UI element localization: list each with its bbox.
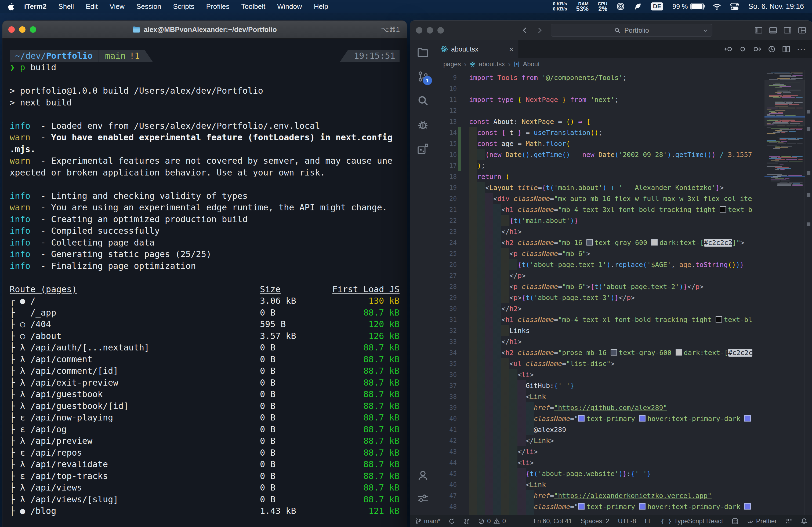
git-change-bar bbox=[458, 413, 461, 424]
git-change-bar bbox=[458, 160, 461, 171]
accounts-icon[interactable] bbox=[417, 470, 429, 482]
menu-item-toolbelt[interactable]: Toolbelt bbox=[242, 2, 265, 11]
timeline-icon[interactable] bbox=[768, 45, 776, 53]
extensions-icon[interactable] bbox=[417, 143, 429, 155]
overview-ruler[interactable] bbox=[804, 70, 812, 515]
tab-close-icon[interactable]: × bbox=[509, 45, 514, 54]
code-editor[interactable]: 9import Tools from '@/components/Tools';… bbox=[436, 70, 812, 515]
route-row: ├ ε /api/top-tracks0 B88.7 kB bbox=[10, 470, 400, 482]
ram-indicator[interactable]: RAM 53% bbox=[576, 1, 589, 12]
activity-bar: 1 bbox=[410, 40, 436, 515]
ruler-mark bbox=[807, 223, 810, 226]
source-control-icon[interactable]: 1 bbox=[417, 71, 429, 82]
prompt-time: 19:15:51 bbox=[354, 51, 395, 61]
code-line: 47 href="https://alexanderkonietzko.verc… bbox=[436, 490, 765, 501]
ruler-mark bbox=[807, 110, 810, 114]
close-button[interactable] bbox=[416, 27, 422, 33]
terminal-shortcut: ⌥⌘1 bbox=[381, 26, 400, 34]
command-center[interactable]: Portfolio bbox=[551, 24, 712, 37]
terminal-title-bar[interactable]: alex@MBPvonAlexander:~/dev/Portfolio ⌥⌘1 bbox=[2, 21, 407, 39]
zoom-button[interactable] bbox=[437, 27, 444, 33]
minimap[interactable] bbox=[765, 70, 805, 515]
menu-item-help[interactable]: Help bbox=[314, 2, 328, 11]
feedback-icon[interactable] bbox=[785, 518, 792, 525]
menu-item-scripts[interactable]: Scripts bbox=[173, 2, 194, 11]
apple-menu-icon[interactable] bbox=[8, 2, 15, 11]
history-back-icon[interactable] bbox=[521, 26, 529, 34]
breadcrumb-file[interactable]: about.tsx bbox=[479, 60, 505, 68]
prompt-git-dirty: !1 bbox=[129, 51, 140, 61]
network-throughput[interactable]: 0 KB/s 0 KB/s bbox=[553, 1, 567, 12]
search-icon[interactable] bbox=[417, 95, 429, 107]
menu-item-shell[interactable]: Shell bbox=[58, 2, 74, 11]
encoding-setting[interactable]: UTF-8 bbox=[618, 517, 636, 525]
window-controls bbox=[410, 27, 444, 33]
compare-status[interactable] bbox=[463, 518, 470, 525]
menu-item-profiles[interactable]: Profiles bbox=[206, 2, 230, 11]
vscode-title-bar[interactable]: Portfolio bbox=[410, 21, 812, 40]
terminal-line: info - Loaded env from /Users/alex/dev/P… bbox=[10, 120, 400, 132]
double-check-icon bbox=[747, 518, 754, 525]
shell-prompt: ~/dev/Portfolio main !1 19:15:51 bbox=[10, 50, 400, 62]
react-file-icon bbox=[441, 46, 448, 53]
onepassword-icon[interactable] bbox=[617, 2, 625, 11]
run-debug-icon[interactable] bbox=[417, 119, 429, 131]
keyboard-layout-badge[interactable]: DE bbox=[651, 2, 664, 11]
net-down: 0 KB/s bbox=[553, 6, 567, 12]
split-editor-icon[interactable] bbox=[782, 45, 790, 53]
color-swatch bbox=[639, 415, 646, 422]
terminal-content[interactable]: ~/dev/Portfolio main !1 19:15:51 ❯ p bui… bbox=[2, 50, 407, 517]
git-change-bar bbox=[458, 281, 461, 292]
prompt-divider bbox=[99, 50, 99, 62]
language-mode[interactable]: { } TypeScript React bbox=[661, 517, 723, 525]
leaf-icon[interactable] bbox=[634, 2, 642, 11]
wifi-icon[interactable] bbox=[713, 2, 721, 11]
sync-status[interactable] bbox=[448, 518, 455, 525]
menu-app-name[interactable]: iTerm2 bbox=[24, 2, 46, 11]
breadcrumb-separator: › bbox=[464, 60, 466, 69]
change-indicator-icon[interactable] bbox=[739, 45, 747, 53]
eol-setting[interactable]: LF bbox=[645, 517, 652, 525]
indentation-setting[interactable]: Spaces: 2 bbox=[581, 517, 609, 525]
code-line: 28 <p className="mb-6">{t('about-page.te… bbox=[436, 281, 765, 292]
history-forward-icon[interactable] bbox=[536, 26, 544, 34]
toggle-secondary-sidebar-icon[interactable] bbox=[783, 26, 792, 34]
menu-item-view[interactable]: View bbox=[110, 2, 125, 11]
previous-change-icon[interactable] bbox=[724, 45, 732, 53]
code-lines[interactable]: 9import Tools from '@/components/Tools';… bbox=[436, 72, 765, 515]
git-change-bar bbox=[458, 336, 461, 347]
breadcrumb-symbol[interactable]: About bbox=[523, 60, 540, 68]
git-change-bar bbox=[458, 391, 461, 402]
more-actions-icon[interactable]: ⋯ bbox=[797, 45, 806, 53]
code-line: 43 </li> bbox=[436, 446, 765, 457]
next-change-icon[interactable] bbox=[753, 45, 761, 53]
menu-item-window[interactable]: Window bbox=[277, 2, 302, 11]
route-row: ├ λ /api/guestbook/[id]0 B88.7 kB bbox=[10, 400, 400, 412]
explorer-icon[interactable] bbox=[417, 46, 429, 58]
menu-clock[interactable]: So. 6. Nov. 19:16 bbox=[748, 2, 804, 11]
minimize-button[interactable] bbox=[427, 27, 433, 33]
git-branch-status[interactable]: main* bbox=[415, 517, 440, 525]
toggle-panel-icon[interactable] bbox=[769, 26, 777, 34]
formatter-status[interactable]: Prettier bbox=[747, 517, 777, 525]
control-center-icon[interactable] bbox=[730, 2, 739, 11]
route-row: ┌ ● /3.06 kB130 kB bbox=[10, 295, 400, 307]
menu-item-session[interactable]: Session bbox=[136, 2, 161, 11]
toggle-sidebar-icon[interactable] bbox=[754, 26, 763, 34]
problems-status[interactable]: 0 0 bbox=[478, 517, 506, 525]
tab-about-tsx[interactable]: about.tsx × bbox=[436, 40, 519, 59]
error-count: 0 bbox=[487, 517, 491, 525]
cursor-position[interactable]: Ln 60, Col 41 bbox=[534, 517, 572, 525]
manage-icon[interactable] bbox=[417, 492, 429, 504]
menu-bar: iTerm2 ShellEditViewSessionScriptsProfil… bbox=[0, 0, 812, 13]
notifications-icon[interactable] bbox=[801, 518, 808, 525]
customize-layout-icon[interactable] bbox=[798, 26, 806, 34]
prompt-git-branch: main bbox=[105, 51, 126, 61]
cpu-indicator[interactable]: CPU 2% bbox=[598, 1, 607, 12]
route-row: ├ λ /api/preview0 B88.7 kB bbox=[10, 435, 400, 447]
battery-indicator[interactable]: 99 % bbox=[672, 3, 704, 11]
compare-icon bbox=[463, 518, 470, 525]
remote-grid-icon[interactable] bbox=[732, 518, 738, 525]
breadcrumb-pages[interactable]: pages bbox=[443, 60, 461, 68]
menu-item-edit[interactable]: Edit bbox=[86, 2, 98, 11]
